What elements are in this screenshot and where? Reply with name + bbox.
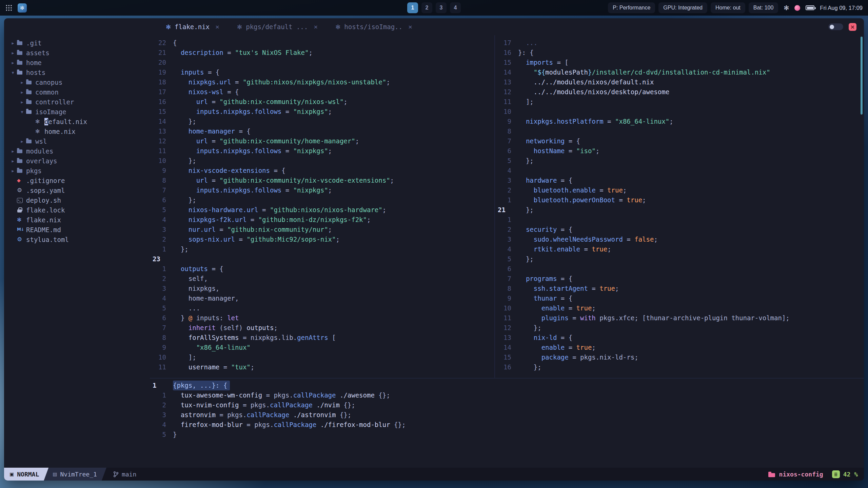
tab-flake-nix[interactable]: ✻flake.nix×	[158, 18, 227, 35]
token: ;	[596, 147, 599, 155]
editor-line: 6 hostName = "iso";	[495, 146, 864, 156]
tree-label: .git	[26, 39, 42, 47]
tree-item-default-nix[interactable]: ✻default.nix	[4, 117, 150, 126]
tree-item-git[interactable]: ▸.git	[4, 38, 150, 48]
workspace-button-1[interactable]: 1	[407, 2, 418, 13]
token: "x86_64-linux"	[173, 344, 251, 351]
code-text: "${modulesPath}/installer/cd-dvd/install…	[518, 67, 770, 77]
folder-icon	[17, 48, 26, 58]
code-text: hostName = "iso";	[518, 146, 599, 156]
code-text: url = "github:nix-community/nixos-wsl";	[173, 97, 348, 107]
line-number: 5	[495, 254, 511, 264]
tree-item-canopus[interactable]: ▸canopus	[4, 77, 150, 87]
tree-item-overlays[interactable]: ▸overlays	[4, 156, 150, 166]
editor-line: 12 url = "github:nix-community/home-mana…	[150, 136, 494, 146]
editor-line: 1 };	[150, 244, 494, 254]
editor-right[interactable]: 17 ...16}: {15 imports = [14 "${modulesP…	[494, 35, 864, 378]
app-logo-icon[interactable]: ✻	[18, 3, 27, 13]
chevron-spacer	[9, 178, 17, 183]
code-text: thunar = {	[518, 293, 572, 303]
token: }	[588, 68, 592, 76]
tray-app-icon[interactable]	[794, 5, 800, 11]
project-folder-icon	[768, 470, 776, 478]
tree-item-sops-yaml[interactable]: ⚙.sops.yaml	[4, 185, 150, 195]
token: security	[518, 226, 557, 233]
tree-item-readme-md[interactable]: M↓README.md	[4, 225, 150, 235]
tree-item-assets[interactable]: ▸assets	[4, 48, 150, 58]
tree-item-modules[interactable]: ▸modules	[4, 146, 150, 156]
tree-item-stylua-toml[interactable]: ⚙stylua.toml	[4, 235, 150, 244]
token: forAllSystems	[173, 334, 239, 341]
tab-label: hosts/isoImag..	[344, 23, 402, 30]
line-number: 4	[150, 215, 166, 225]
tree-item-flake-lock[interactable]: flake.lock	[4, 205, 150, 215]
tab-close-icon[interactable]: ×	[408, 23, 412, 31]
nix-file-icon: ✻	[166, 23, 171, 30]
token	[313, 401, 316, 409]
token: callPackage	[270, 401, 313, 409]
tab-hosts-isoimag[interactable]: ✻hosts/isoImag..×	[328, 18, 420, 35]
editor-line: 8	[495, 126, 864, 136]
tree-item-common[interactable]: ▸common	[4, 87, 150, 97]
line-number: 10	[495, 303, 511, 313]
line-number: 16	[495, 48, 511, 58]
tree-item-flake-nix[interactable]: ✻flake.nix	[4, 215, 150, 225]
editor-left[interactable]: 22{21 description = "tux's NixOS Flake";…	[150, 35, 494, 378]
token: programs	[518, 275, 557, 282]
token: let	[227, 314, 239, 322]
line-number: 4	[495, 166, 511, 176]
editor-line: 2 sops-nix.url = "github:Mic92/sops-nix"…	[150, 235, 494, 244]
tree-item-isoimage[interactable]: ▾isoImage	[4, 107, 150, 117]
editor-line: 10 };	[150, 156, 494, 166]
line-number: 1	[495, 195, 511, 205]
tab-close-icon[interactable]: ×	[215, 23, 219, 31]
token: true	[592, 245, 607, 253]
chevron-right-icon: ▸	[9, 168, 17, 174]
line-number: 9	[495, 293, 511, 303]
editor-line: 14 enable = true;	[495, 343, 864, 352]
code-text: nixos-hardware.url = "github:nixos/nixos…	[173, 205, 386, 215]
workspace-button-4[interactable]: 4	[450, 2, 461, 13]
tab-pkgs-default[interactable]: ✻pkgs/default ...×	[230, 18, 325, 35]
editor-line: 18 nixpkgs.url = "github:nixos/nixpkgs/n…	[150, 77, 494, 87]
editor-bottom[interactable]: 1{pkgs, ...}: {1 tux-awesome-wm-config =…	[150, 378, 864, 468]
line-number: 12	[495, 87, 511, 97]
tree-label: home.nix	[44, 128, 76, 135]
nix-blue-icon: ✻	[17, 215, 26, 225]
window-toggle[interactable]	[828, 23, 843, 30]
workspace-button-3[interactable]: 3	[436, 2, 447, 13]
code-text: nix-vscode-extensions = {	[173, 166, 285, 176]
token: =	[604, 118, 615, 125]
editor-line: 10	[495, 107, 864, 117]
statusline-left: ▣NORMAL ▤NvimTree_1 main	[4, 468, 136, 481]
editor-line: 8 forAllSystems = nixpkgs.lib.genAttrs [	[150, 333, 494, 343]
token: nix-vscode-extensions	[173, 167, 270, 174]
token: modulesPath	[545, 68, 588, 76]
token: nixos-wsl	[173, 88, 223, 96]
tree-item-wsl[interactable]: ▸wsl	[4, 136, 150, 146]
app-launcher-icon[interactable]	[5, 4, 12, 11]
tree-item-gitignore[interactable]: ◆.gitignore	[4, 176, 150, 185]
tree-item-deploy-sh[interactable]: deploy.sh	[4, 195, 150, 205]
window-close-button[interactable]: ×	[849, 23, 856, 31]
token: nixpkgs-f2k.url	[173, 216, 246, 223]
editor-line: 14 };	[150, 117, 494, 126]
token: = pkgs.	[216, 411, 247, 419]
tree-item-controller[interactable]: ▸controller	[4, 97, 150, 107]
token: =	[231, 78, 243, 86]
tree-item-hosts[interactable]: ▾hosts	[4, 67, 150, 77]
folder-open-icon	[26, 107, 35, 117]
chevron-spacer	[27, 129, 35, 134]
statusline: ▣NORMAL ▤NvimTree_1 main nixos-config ≡ …	[4, 468, 864, 481]
tree-item-home[interactable]: ▸home	[4, 58, 150, 67]
tree-item-pkgs[interactable]: ▸pkgs	[4, 166, 150, 176]
line-number: 9	[150, 166, 166, 176]
scrollbar-thumb[interactable]	[861, 37, 863, 115]
token: = {	[204, 68, 220, 76]
nix-tray-icon[interactable]: ✻	[784, 4, 789, 12]
token: astronvim	[173, 411, 216, 419]
token: nixpkgs.hostPlatform	[518, 118, 604, 125]
workspace-button-2[interactable]: 2	[421, 2, 432, 13]
tree-item-home-nix[interactable]: ✻home.nix	[4, 126, 150, 136]
tab-close-icon[interactable]: ×	[314, 23, 318, 31]
